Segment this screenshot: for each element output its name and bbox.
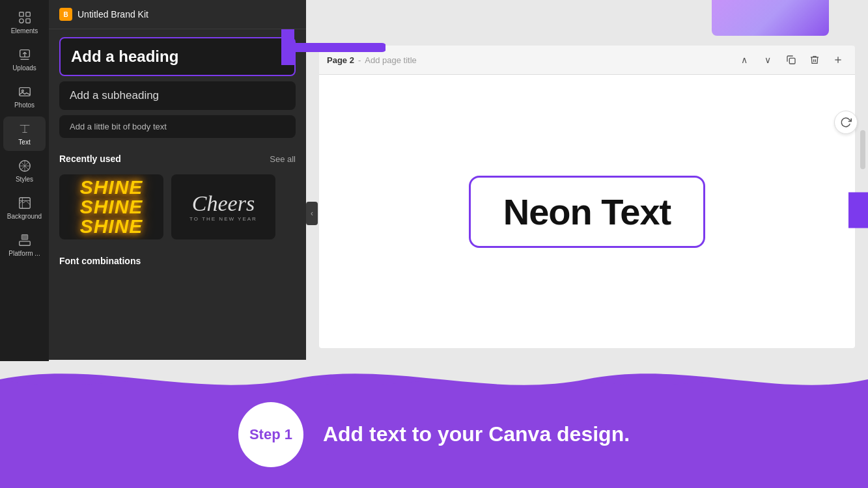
duplicate-page-button[interactable] [782,51,800,69]
add-subheading-button[interactable]: Add a subheading [59,81,296,110]
font-combinations-title: Font combinations [59,256,141,266]
brand-kit-header: B Untitled Brand Kit [49,0,306,29]
recently-used-title: Recently used [59,154,121,164]
neon-text-box[interactable]: Neon Text [469,176,706,248]
platform-label: Platform ... [8,250,40,257]
photos-label: Photos [14,102,35,109]
step-description: Add text to your Canva design. [323,422,630,446]
page-controls: ∧ ∨ [735,51,847,69]
recently-used-section: Recently used See all [49,146,306,169]
svg-rect-9 [19,241,30,245]
page-down-button[interactable]: ∨ [759,51,777,69]
neon-text: Neon Text [503,191,671,232]
brand-kit-title: Untitled Brand Kit [77,9,148,20]
uploads-label: Uploads [12,64,36,72]
text-icon [18,122,32,136]
cheers-sub-text: TO THE NEW YEAR [189,216,257,222]
main-area: Elements Uploads Photos [0,0,868,361]
sidebar-item-uploads[interactable]: Uploads [3,42,46,77]
left-panel: B Untitled Brand Kit Add a heading Add a… [49,0,306,361]
bottom-section: Step 1 Add text to your Canva design. [0,361,868,488]
text-label: Text [18,139,30,146]
photos-icon [18,85,32,99]
svg-rect-10 [21,235,27,239]
app-container: Elements Uploads Photos [0,0,868,488]
styles-icon [18,159,32,173]
arrow-to-neon [848,193,868,231]
page-up-button[interactable]: ∧ [735,51,753,69]
sidebar-item-background[interactable]: Background [3,191,46,225]
collapse-panel-button[interactable]: ‹ [306,202,318,225]
font-preview-shine[interactable]: SHINE SHINE SHINE [59,174,163,239]
shine-text-line3: SHINE [80,217,143,236]
shine-text-line2: SHINE [80,197,143,217]
top-image [712,0,829,36]
sidebar-item-platform[interactable]: Platform ... [3,228,46,262]
font-previews: SHINE SHINE SHINE Cheers TO THE NEW YEAR [49,169,306,245]
see-all-link[interactable]: See all [270,154,296,164]
canvas-page[interactable]: Neon Text [319,75,855,348]
step-content: Step 1 Add text to your Canva design. [199,389,669,480]
sidebar-icons: Elements Uploads Photos [0,0,49,361]
step-label: Step 1 [249,426,292,443]
delete-page-button[interactable] [805,51,824,69]
brand-kit-icon: B [59,8,72,21]
elements-label: Elements [11,27,38,34]
sidebar-item-photos[interactable]: Photos [3,79,46,114]
background-label: Background [7,213,42,220]
canvas-area: Page 2 - Add page title ∧ ∨ [306,0,868,361]
arrow-to-heading [281,29,385,68]
page-header: Page 2 - Add page title ∧ ∨ [319,46,855,75]
sidebar-item-elements[interactable]: Elements [3,5,46,40]
svg-point-2 [19,19,23,23]
svg-rect-12 [789,58,795,64]
font-combinations-section: Font combinations [49,245,306,272]
styles-label: Styles [16,176,33,183]
shine-text-line1: SHINE [80,178,143,197]
sidebar-item-styles[interactable]: Styles [3,154,46,188]
add-heading-button[interactable]: Add a heading [59,37,296,76]
elements-icon [18,10,32,25]
background-icon [18,196,32,210]
svg-rect-0 [19,12,23,16]
add-body-text-button[interactable]: Add a little bit of body text [59,115,296,138]
cheers-text: Cheers [192,193,255,215]
svg-rect-3 [25,19,29,23]
font-preview-cheers[interactable]: Cheers TO THE NEW YEAR [171,174,275,239]
add-page-button[interactable] [829,51,847,69]
svg-rect-1 [25,12,29,16]
platform-icon [18,233,32,247]
upload-icon [18,47,32,62]
step-circle: Step 1 [238,402,303,467]
refresh-button[interactable] [834,111,858,134]
scrollbar[interactable] [860,130,865,169]
text-options: Add a heading Add a subheading Add a lit… [49,29,306,146]
sidebar-item-text[interactable]: Text [3,116,46,151]
svg-point-6 [21,90,23,92]
